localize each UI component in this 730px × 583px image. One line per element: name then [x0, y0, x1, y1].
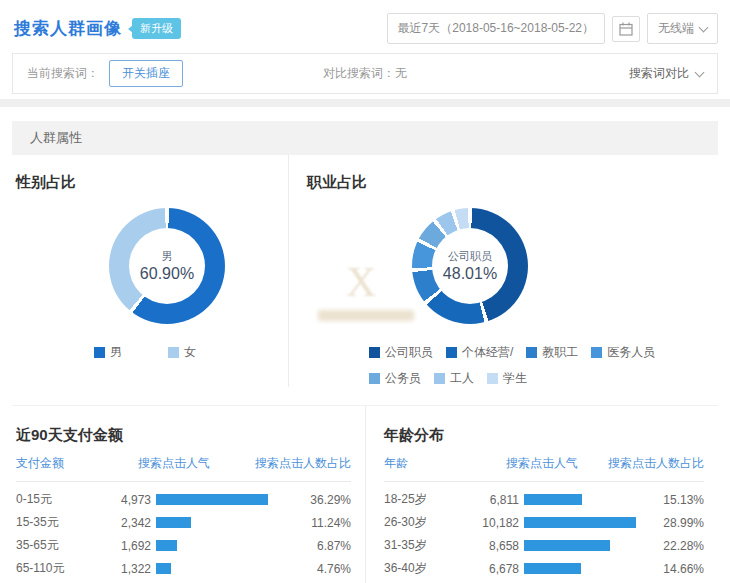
- occupation-donut-chart: 公司职员 48.01%: [412, 208, 528, 324]
- legend-swatch: [434, 373, 445, 384]
- legend-label: 工人: [450, 370, 474, 387]
- legend-swatch: [168, 347, 179, 358]
- payment-table-panel: 近90天支付金额 支付金额 搜索点击人气 搜索点击人数占比 0-15元4,973…: [12, 406, 365, 583]
- row-bar: [156, 563, 171, 574]
- device-dropdown[interactable]: 无线端: [647, 13, 718, 44]
- table-row: 0-15元4,97336.29%: [16, 488, 351, 511]
- row-label: 31-35岁: [384, 537, 479, 554]
- legend-label: 学生: [503, 370, 527, 387]
- legend-swatch: [591, 347, 602, 358]
- row-percent: 28.99%: [663, 516, 704, 530]
- occupation-center-value: 48.01%: [443, 265, 497, 283]
- age-table-panel: 年龄分布 年龄 搜索点击人气 搜索点击人数占比 18-25岁6,81115.13…: [365, 406, 718, 583]
- age-table-header: 年龄 搜索点击人气 搜索点击人数占比: [384, 455, 704, 482]
- row-bar: [524, 517, 636, 528]
- section-title: 人群属性: [30, 130, 82, 145]
- section-title-band: 人群属性: [12, 121, 718, 155]
- column-header: 搜索点击人气: [479, 455, 584, 472]
- row-percent: 22.28%: [663, 539, 704, 553]
- row-label: 35-65元: [16, 537, 111, 554]
- table-row: 26-30岁10,18228.99%: [384, 511, 704, 534]
- gender-donut-chart: 男 60.90%: [109, 208, 225, 324]
- legend-swatch: [526, 347, 537, 358]
- table-row: 31-35岁8,65822.28%: [384, 534, 704, 557]
- payment-table-body: 0-15元4,97336.29%15-35元2,34211.24%35-65元1…: [16, 482, 351, 583]
- calendar-button[interactable]: [612, 16, 640, 42]
- row-label: 0-15元: [16, 491, 111, 508]
- tables-row: 近90天支付金额 支付金额 搜索点击人气 搜索点击人数占比 0-15元4,973…: [12, 405, 718, 583]
- row-value: 8,658: [479, 539, 519, 553]
- compare-keywords-dropdown[interactable]: 搜索词对比: [629, 65, 703, 82]
- table-row: 36-40岁6,67814.66%: [384, 557, 704, 580]
- chevron-down-icon: [695, 67, 705, 77]
- legend-label: 个体经营/: [462, 344, 513, 361]
- row-label: 36-40岁: [384, 560, 479, 577]
- row-value: 2,342: [111, 516, 151, 530]
- occupation-center-label: 公司职员: [448, 249, 492, 264]
- gender-legend: 男女: [16, 344, 274, 361]
- row-label: 18-25岁: [384, 491, 479, 508]
- legend-label: 公司职员: [385, 344, 433, 361]
- row-bar: [524, 540, 610, 551]
- occupation-legend: 公司职员个体经营/教职工医务人员公务员工人学生: [369, 344, 704, 387]
- row-percent: 6.87%: [317, 539, 351, 553]
- legend-item: 公务员: [369, 370, 421, 387]
- row-value: 4,973: [111, 493, 151, 507]
- legend-item: 医务人员: [591, 344, 655, 361]
- table-row: 18-25岁6,81115.13%: [384, 488, 704, 511]
- charts-row: 性别占比 男 60.90% 男女 职业占比 公司职员 48.01% 公司职员个体…: [12, 155, 718, 387]
- column-header: 年龄: [384, 455, 479, 472]
- filter-bar: 当前搜索词： 开关插座 对比搜索词：无 搜索词对比: [12, 53, 718, 94]
- gender-center-value: 60.90%: [140, 265, 194, 283]
- row-bar: [156, 517, 191, 528]
- current-search-term[interactable]: 开关插座: [109, 60, 183, 87]
- legend-swatch: [369, 347, 380, 358]
- header-controls: 最近7天（2018-05-16~2018-05-22） 无线端: [387, 13, 718, 44]
- date-range-button[interactable]: 最近7天（2018-05-16~2018-05-22）: [387, 13, 605, 44]
- row-value: 6,678: [479, 562, 519, 576]
- chevron-down-icon: [699, 22, 709, 32]
- row-percent: 11.24%: [311, 516, 351, 530]
- legend-item: 学生: [487, 370, 527, 387]
- column-header: 搜索点击人数占比: [584, 455, 704, 472]
- table-row: 15-35元2,34211.24%: [16, 511, 351, 534]
- row-percent: 15.13%: [663, 493, 704, 507]
- column-header: 支付金额: [16, 455, 111, 472]
- legend-label: 医务人员: [607, 344, 655, 361]
- legend-swatch: [487, 373, 498, 384]
- row-bar: [156, 540, 177, 551]
- row-label: 15-35元: [16, 514, 111, 531]
- row-label: 65-110元: [16, 560, 111, 577]
- payment-table-title: 近90天支付金额: [16, 426, 351, 445]
- table-row: 65-110元1,3224.76%: [16, 557, 351, 580]
- legend-label: 女: [184, 344, 196, 361]
- row-percent: 36.29%: [310, 493, 351, 507]
- device-label: 无线端: [658, 20, 694, 37]
- top-header: 搜索人群画像 新升级 最近7天（2018-05-16~2018-05-22） 无…: [0, 0, 730, 53]
- current-search-label: 当前搜索词：: [27, 65, 99, 82]
- row-value: 10,182: [479, 516, 519, 530]
- legend-item: 公司职员: [369, 344, 433, 361]
- row-label: 26-30岁: [384, 514, 479, 531]
- row-percent: 14.66%: [663, 562, 704, 576]
- legend-item: 男: [94, 344, 122, 361]
- column-header: 搜索点击人气: [111, 455, 231, 472]
- legend-swatch: [94, 347, 105, 358]
- legend-item: 个体经营/: [446, 344, 513, 361]
- legend-swatch: [369, 373, 380, 384]
- occupation-donut-center: 公司职员 48.01%: [432, 228, 508, 304]
- legend-item: 教职工: [526, 344, 578, 361]
- calendar-icon: [619, 22, 633, 36]
- column-header: 搜索点击人数占比: [231, 455, 351, 472]
- gender-donut-center: 男 60.90%: [129, 228, 205, 304]
- page-title: 搜索人群画像: [14, 17, 122, 40]
- row-bar: [524, 563, 581, 574]
- row-bar: [156, 494, 268, 505]
- row-percent: 4.76%: [317, 562, 351, 576]
- gender-chart-panel: 性别占比 男 60.90% 男女: [12, 155, 288, 387]
- legend-item: 工人: [434, 370, 474, 387]
- legend-swatch: [446, 347, 457, 358]
- legend-item: 女: [168, 344, 196, 361]
- upgrade-badge: 新升级: [132, 18, 181, 39]
- age-table-body: 18-25岁6,81115.13%26-30岁10,18228.99%31-35…: [384, 482, 704, 583]
